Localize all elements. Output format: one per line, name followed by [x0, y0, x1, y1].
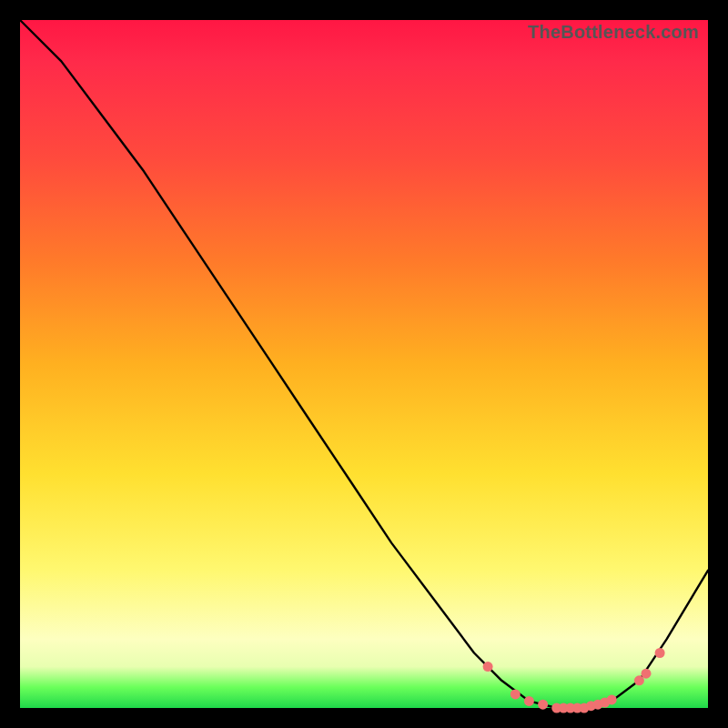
marker-point — [538, 700, 548, 710]
marker-point — [511, 689, 521, 699]
bottleneck-curve-path — [20, 20, 708, 708]
marker-point — [642, 669, 652, 679]
marker-point — [655, 648, 665, 658]
marker-point — [524, 696, 534, 706]
marker-point — [483, 662, 493, 672]
curve-svg — [20, 20, 708, 708]
chart-frame: TheBottleneck.com — [0, 0, 728, 728]
plot-area: TheBottleneck.com — [20, 20, 708, 708]
marker-point — [607, 694, 617, 704]
highlighted-points-group — [483, 648, 665, 713]
